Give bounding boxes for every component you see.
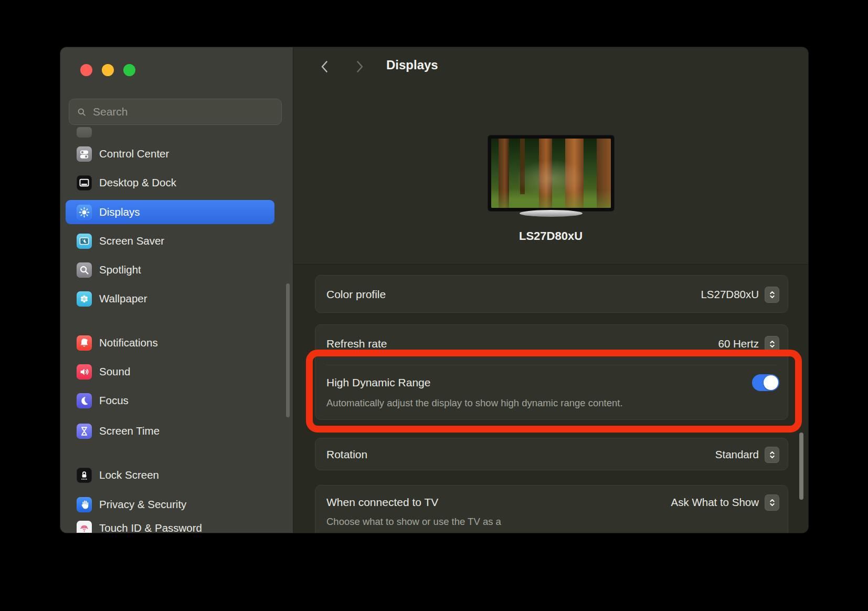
- zoom-button[interactable]: [123, 64, 135, 76]
- sidebar-item-label: Touch ID & Password: [99, 522, 202, 533]
- display-model-label: LS27D80xU: [293, 229, 808, 243]
- sidebar: Control Center Desktop & Dock Displays S…: [60, 47, 293, 533]
- hdr-description: Automatically adjust the display to show…: [326, 397, 623, 409]
- sidebar-item-focus[interactable]: Focus: [66, 388, 288, 413]
- display-wallpaper-forest: [491, 139, 611, 208]
- display-preview-monitor: [488, 135, 614, 211]
- rotation-row: Rotation Standard: [315, 438, 788, 470]
- sidebar-item-label: Screen Time: [99, 425, 160, 437]
- color-profile-row: Color profile LS27D80xU: [315, 275, 788, 313]
- refresh-rate-row: Refresh rate 60 Hertz: [315, 325, 788, 363]
- up-down-chevrons-icon: [768, 450, 776, 459]
- control-center-toggles-icon: [77, 146, 92, 162]
- sidebar-item-label: Displays: [99, 206, 140, 218]
- tv-connection-row: When connected to TV Ask What to Show Ch…: [315, 485, 788, 533]
- sidebar-item-label: Desktop & Dock: [99, 176, 176, 189]
- content-scrollbar[interactable]: [799, 433, 803, 500]
- sound-speaker-icon: [77, 364, 92, 380]
- sidebar-item-touch-id[interactable]: Touch ID & Password: [66, 516, 288, 533]
- search-field[interactable]: [69, 99, 282, 125]
- chevron-left-icon: [321, 60, 328, 73]
- toggle-knob: [764, 375, 778, 390]
- close-button[interactable]: [80, 64, 92, 76]
- screen-saver-moon-icon: [77, 234, 92, 249]
- search-icon: [77, 107, 87, 117]
- sidebar-item-label: Control Center: [99, 148, 169, 160]
- tv-label: When connected to TV: [326, 496, 438, 509]
- wallpaper-flower-icon: [77, 291, 92, 307]
- sidebar-item-sound[interactable]: Sound: [66, 360, 288, 384]
- back-button[interactable]: [316, 59, 332, 75]
- sidebar-item-notifications[interactable]: Notifications: [66, 331, 288, 355]
- content-pane: Displays LS27D80xU Color profile LS27D80…: [293, 47, 808, 533]
- refresh-rate-stepper[interactable]: [765, 336, 779, 352]
- sidebar-item-displays[interactable]: Displays: [66, 200, 274, 224]
- privacy-hand-icon: [77, 497, 92, 512]
- row-divider: [326, 365, 777, 365]
- spotlight-magnifier-icon: [77, 262, 92, 278]
- forward-button[interactable]: [352, 59, 368, 75]
- sidebar-item-label: Spotlight: [99, 264, 141, 276]
- screen-time-hourglass-icon: [77, 424, 92, 439]
- display-hero-section: Displays LS27D80xU: [293, 47, 808, 265]
- sidebar-item-label: Notifications: [99, 336, 158, 349]
- search-input[interactable]: [92, 105, 274, 119]
- lock-screen-padlock-icon: [77, 468, 92, 483]
- desktop-dock-window-icon: [77, 175, 92, 191]
- sidebar-item-label: Focus: [99, 394, 129, 407]
- sidebar-item-label: Sound: [99, 365, 130, 378]
- sidebar-item-spotlight[interactable]: Spotlight: [66, 258, 288, 282]
- sidebar-item-control-center[interactable]: Control Center: [66, 142, 288, 166]
- monitor-stand: [520, 210, 583, 217]
- hdr-toggle[interactable]: [752, 374, 779, 391]
- scrolled-item-icon: [77, 127, 92, 138]
- sidebar-item-screen-saver[interactable]: Screen Saver: [66, 229, 288, 253]
- sidebar-scrollbar[interactable]: [286, 283, 290, 417]
- sidebar-item-label: Screen Saver: [99, 235, 164, 247]
- minimize-button[interactable]: [102, 64, 114, 76]
- rotation-label: Rotation: [326, 448, 367, 461]
- sidebar-item-screen-time[interactable]: Screen Time: [66, 419, 288, 443]
- hdr-label: High Dynamic Range: [326, 376, 430, 389]
- tv-description: Choose what to show or use the TV as a: [326, 516, 501, 528]
- color-profile-value: LS27D80xU: [701, 288, 759, 301]
- sidebar-item-label: Wallpaper: [99, 292, 147, 305]
- up-down-chevrons-icon: [768, 340, 776, 349]
- chevron-right-icon: [356, 60, 364, 73]
- rotation-stepper[interactable]: [765, 447, 779, 463]
- color-profile-stepper[interactable]: [765, 287, 779, 303]
- displays-sun-icon: [77, 205, 92, 220]
- notifications-bell-icon: [77, 335, 92, 351]
- system-settings-window: Control Center Desktop & Dock Displays S…: [60, 47, 808, 533]
- touch-id-fingerprint-icon: [77, 521, 92, 533]
- up-down-chevrons-icon: [768, 498, 776, 507]
- sidebar-item-label: Lock Screen: [99, 469, 159, 481]
- sidebar-item-lock-screen[interactable]: Lock Screen: [66, 463, 288, 487]
- up-down-chevrons-icon: [768, 290, 776, 299]
- color-profile-label: Color profile: [326, 288, 386, 301]
- refresh-rate-label: Refresh rate: [326, 338, 387, 350]
- focus-moon-icon: [77, 393, 92, 408]
- sidebar-item-privacy-security[interactable]: Privacy & Security: [66, 492, 288, 517]
- rotation-value: Standard: [715, 448, 759, 461]
- sidebar-item-label: Privacy & Security: [99, 498, 186, 511]
- page-title: Displays: [386, 58, 438, 72]
- tv-stepper[interactable]: [765, 494, 779, 511]
- sidebar-item-wallpaper[interactable]: Wallpaper: [66, 287, 288, 311]
- refresh-hdr-group: Refresh rate 60 Hertz High Dynamic Range…: [315, 324, 788, 420]
- sidebar-item-desktop-dock[interactable]: Desktop & Dock: [66, 171, 288, 195]
- refresh-rate-value: 60 Hertz: [718, 338, 759, 350]
- tv-value: Ask What to Show: [671, 496, 759, 509]
